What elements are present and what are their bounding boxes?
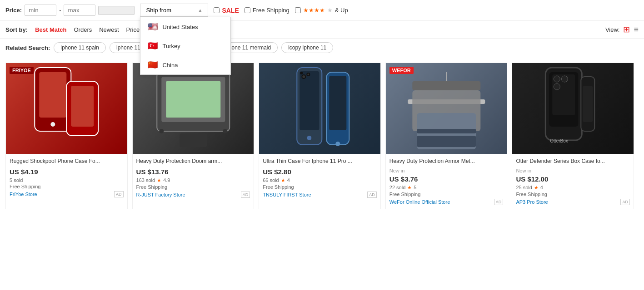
sort-orders[interactable]: Orders [74, 25, 92, 34]
product-meta-2: 66 sold ★ 4 [263, 177, 377, 183]
related-search-label: Related Search: [5, 44, 50, 51]
store-name-2[interactable]: TNSULY FIRST Store [263, 192, 311, 197]
sold-count-0: 5 sold [10, 177, 23, 183]
related-tag-4[interactable]: icopy iphone 11 [281, 42, 333, 53]
dropdown-item-china[interactable]: 🇨🇳 China [140, 55, 230, 74]
product-card-2[interactable]: Ultra Thin Case For Iphone 11 Pro ... US… [259, 63, 381, 209]
ad-label-0: AD [114, 191, 124, 197]
product-image-3 [386, 63, 507, 154]
product-card-0[interactable]: FRIYOE Rugged Shockpoof Phone Case Fo...… [5, 63, 128, 209]
free-shipping-1: Free Shipping [136, 184, 250, 190]
store-name-4[interactable]: AP3 Pro Store [516, 199, 548, 205]
new-in-4: New in [516, 168, 630, 173]
svg-rect-12 [180, 133, 207, 147]
stars-filter[interactable]: ★★★★★ & Up [295, 7, 348, 14]
svg-point-2 [50, 122, 55, 127]
list-view-icon[interactable]: ≡ [634, 25, 639, 34]
svg-point-36 [554, 76, 560, 82]
free-shipping-2: Free Shipping [263, 184, 377, 190]
sort-bar: Sort by: Best Match Orders Newest Price … [0, 21, 644, 39]
free-shipping-filter-label: Free Shipping [253, 7, 290, 14]
rating-2: 4 [287, 177, 290, 183]
store-name-1[interactable]: R-JUST Factory Store [136, 192, 185, 197]
svg-point-21 [302, 75, 305, 78]
price-min-input[interactable] [25, 5, 56, 16]
ship-from-label: Ship from [146, 7, 171, 14]
ship-from-button[interactable]: Ship from ▲ [140, 4, 208, 17]
stars-checkbox[interactable] [295, 7, 301, 13]
svg-rect-27 [412, 81, 480, 90]
product-card-4[interactable]: OtterBox Otter Defender Series Box Case … [512, 63, 634, 209]
ad-label-4: AD [620, 199, 630, 205]
sale-filter[interactable]: SALE [214, 7, 239, 14]
store-name-3[interactable]: WeFor Online Official Store [389, 199, 450, 205]
free-shipping-filter[interactable]: Free Shipping [245, 7, 290, 14]
free-shipping-checkbox[interactable] [245, 7, 250, 13]
product-title-3: Heavy Duty Protection Armor Met... [389, 157, 504, 165]
svg-text:OtterBox: OtterBox [550, 138, 568, 143]
sold-count-4: 25 sold [516, 185, 532, 190]
sort-price[interactable]: Price [126, 25, 140, 34]
svg-rect-15 [300, 71, 319, 130]
rating-1: 4.9 [163, 177, 170, 183]
product-info-2: Ultra Thin Case For Iphone 11 Pro ... US… [259, 154, 380, 202]
free-shipping-3: Free Shipping [389, 192, 504, 197]
badge-friyoe: FRIYOE [10, 67, 34, 74]
sort-best-match[interactable]: Best Match [35, 25, 66, 34]
products-grid: FRIYOE Rugged Shockpoof Phone Case Fo...… [0, 57, 644, 215]
product-title-2: Ultra Thin Case For Iphone 11 Pro ... [263, 157, 377, 165]
svg-point-37 [562, 76, 568, 82]
ship-from-wrapper: Ship from ▲ 🇺🇸 United States 🇹🇷 Turkey 🇨… [140, 4, 208, 17]
new-in-3: New in [389, 168, 504, 173]
chevron-up-icon: ▲ [198, 8, 203, 13]
grid-view-icon[interactable]: ⊞ [623, 25, 630, 34]
filter-chips: SALE Free Shipping ★★★★★ & Up [214, 7, 348, 14]
product-title-1: Heavy Duty Protection Doom arm... [136, 157, 250, 165]
store-name-0[interactable]: FriYoe Store [10, 192, 37, 197]
and-up-label: & Up [335, 7, 348, 14]
ad-label-2: AD [367, 192, 377, 198]
product-card-1[interactable]: R-JUST Heavy Duty Protection Doom arm...… [132, 63, 255, 209]
rating-3: 5 [414, 185, 416, 190]
related-tag-0[interactable]: iphone 11 spain [54, 42, 106, 53]
sold-count-3: 22 sold [389, 185, 405, 190]
star-icon-4: ★ [534, 185, 539, 191]
sale-label: SALE [222, 7, 239, 14]
product-meta-4: 25 sold ★ 4 [516, 185, 630, 191]
product-meta-1: 163 sold ★ 4.9 [136, 177, 250, 183]
ship-from-dropdown: 🇺🇸 United States 🇹🇷 Turkey 🇨🇳 China [140, 17, 231, 75]
dropdown-item-us[interactable]: 🇺🇸 United States [140, 17, 230, 36]
filter-bar: Price: - Ship from ▲ 🇺🇸 United States 🇹🇷… [0, 0, 644, 21]
ad-label-3: AD [494, 199, 504, 205]
price-filter: Price: - [5, 5, 135, 16]
sold-count-2: 66 sold [263, 177, 279, 183]
svg-rect-18 [329, 76, 346, 130]
price-slider[interactable] [98, 6, 135, 15]
svg-rect-7 [166, 81, 220, 118]
price-dash: - [59, 7, 61, 14]
svg-rect-30 [417, 136, 476, 147]
svg-point-16 [307, 136, 311, 140]
price-max-input[interactable] [64, 5, 95, 16]
product-image-1: R-JUST [133, 63, 254, 154]
product-image-2 [259, 63, 380, 154]
dropdown-item-turkey[interactable]: 🇹🇷 Turkey [140, 36, 230, 55]
sold-count-1: 163 sold [136, 177, 155, 183]
svg-point-11 [223, 129, 227, 133]
turkey-flag-icon: 🇹🇷 [148, 41, 158, 51]
product-price-1: US $13.76 [136, 168, 250, 176]
product-info-1: Heavy Duty Protection Doom arm... US $13… [133, 154, 254, 202]
sale-checkbox[interactable] [214, 7, 220, 13]
china-flag-icon: 🇨🇳 [148, 60, 158, 70]
product-title-4: Otter Defender Series Box Case fo... [516, 157, 630, 165]
product-image-4: OtterBox [512, 63, 634, 154]
stars-icon: ★★★★ [303, 7, 325, 14]
view-section: View: ⊞ ≡ [605, 25, 639, 34]
sort-newest[interactable]: Newest [99, 25, 119, 34]
product-info-0: Rugged Shockpoof Phone Case Fo... US $4.… [6, 154, 127, 201]
svg-rect-4 [71, 86, 94, 127]
product-meta-3: 22 sold ★ 5 [389, 185, 504, 191]
product-card-3[interactable]: WEFOR Heavy Duty Protection Armor Met...… [385, 63, 508, 209]
star-icon-2: ★ [281, 177, 285, 183]
svg-point-24 [300, 72, 303, 74]
